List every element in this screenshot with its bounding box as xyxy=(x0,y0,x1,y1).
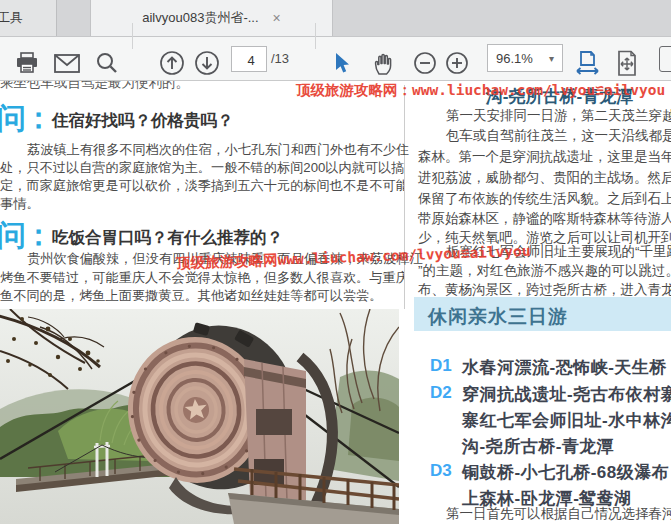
section-header-label: 休闲亲水三日游 xyxy=(414,297,671,330)
print-button[interactable] xyxy=(12,48,42,78)
paragraph-line: 鱼不同的是，烤鱼上面要撒黄豆。其他诸如丝娃娃等都可以尝尝。 xyxy=(0,287,404,305)
next-page-button[interactable] xyxy=(192,48,222,78)
paragraph-line: 进犯荔波，威胁都匀、贵阳的主战场。然后可 xyxy=(418,169,671,187)
zoom-level-value: 96.1% xyxy=(496,51,549,66)
day-route-line: 沟-尧所古桥-青龙潭 xyxy=(462,435,671,458)
zoom-level-dropdown[interactable]: 96.1% ▾ xyxy=(487,44,563,72)
hand-icon xyxy=(372,51,395,76)
search-icon xyxy=(96,52,118,74)
email-icon xyxy=(54,54,80,73)
day-label-d2: D2 xyxy=(430,383,452,403)
clipped-toolbar-button[interactable] xyxy=(659,46,671,72)
pdf-reader-window: 工具 ailvyou083贵州省-... × xyxy=(0,0,671,524)
paragraph-line: 森林。第一个是穿洞抗战遗址，这里是当年荔 xyxy=(418,148,671,166)
column-divider xyxy=(404,85,405,309)
tab-document-label: ailvyou083贵州省-... xyxy=(142,9,258,27)
tab-tools[interactable]: 工具 xyxy=(0,0,57,36)
paragraph-line: 包车或自驾前往茂兰，这一天沿线都是美丽 xyxy=(418,127,671,145)
tab-tools-label: 工具 xyxy=(0,9,23,27)
day-route-line: 寨红七军会师旧址-水中林沟 xyxy=(462,409,671,432)
print-icon xyxy=(15,52,39,74)
tab-document[interactable]: ailvyou083贵州省-... × xyxy=(90,0,333,36)
previous-page-button[interactable] xyxy=(157,48,187,78)
paragraph-line: 带原始森林区，静谧的喀斯特森林等待游人的 xyxy=(418,210,671,228)
paragraph-line: 事情。 xyxy=(0,195,404,213)
minus-circle-icon xyxy=(413,51,437,75)
paragraph-line: 保留了布依族的传统生活风貌。之后到石上森 xyxy=(418,190,671,208)
question-mark-1: 问： xyxy=(0,99,51,139)
fit-width-button[interactable] xyxy=(572,48,602,78)
close-tab-icon[interactable]: × xyxy=(273,11,281,25)
paragraph-line: 第一日首先可以根据自己情况选择春河漂流 xyxy=(446,505,671,523)
document-page: 乘坐包车或自驾是最为便利的。 问： 住宿好找吗？价格贵吗？ 荔波镇上有很多不同档… xyxy=(0,81,671,524)
paragraph-line: 荔波镇上有很多不同档次的住宿，小七孔东门和西门外也有不少住 xyxy=(0,141,431,159)
zoom-in-button[interactable] xyxy=(442,48,472,78)
section-header: 休闲亲水三日游 xyxy=(414,297,671,331)
page-total-label: /13 xyxy=(271,51,289,66)
plus-circle-icon xyxy=(445,51,469,75)
fit-page-icon xyxy=(615,50,639,77)
tab-bar: 工具 ailvyou083贵州省-... × xyxy=(0,0,671,36)
fit-page-button[interactable] xyxy=(612,48,642,78)
paragraph-line: 处，只不过以自营的家庭旅馆为主。一般不错的标间200以内就可以搞 xyxy=(0,159,404,177)
arrow-up-circle-icon xyxy=(159,50,185,76)
day-route-line: 水春河漂流-恐怖峡-天生桥 xyxy=(462,356,671,379)
question-title-1: 住宿好找吗？价格贵吗？ xyxy=(52,110,234,132)
paragraph-line: ”的主题，对红色旅游不感兴趣的可以跳过。 xyxy=(418,262,671,280)
zoom-out-button[interactable] xyxy=(410,48,440,78)
paragraph-line: 定，而家庭旅馆更是可以砍价，淡季搞到五六十元的标间也不是不可能的 xyxy=(0,177,404,195)
page-number-input[interactable] xyxy=(232,47,270,73)
fit-width-icon xyxy=(574,50,601,76)
select-tool-button[interactable] xyxy=(326,48,356,78)
paragraph-line: 第一天安排同一日游，第二天茂兰穿越森林 xyxy=(418,107,671,125)
email-button[interactable] xyxy=(52,48,82,78)
toolbar: /13 96.1% ▾ xyxy=(0,36,671,81)
day-route-line: 穿洞抗战遗址-尧古布依村寨- xyxy=(462,383,671,406)
cursor-icon xyxy=(332,52,351,75)
question-title-2: 吃饭合胃口吗？有什么推荐的？ xyxy=(52,227,283,249)
zoom-dropdown-caret-icon: ▾ xyxy=(549,53,554,64)
hand-tool-button[interactable] xyxy=(368,48,398,78)
page-number-box xyxy=(231,46,267,72)
watermark-top: 顶级旅游攻略网：www.liuchaw.com/lvyou≌ailvyou xyxy=(296,81,665,100)
bridge-photo xyxy=(0,309,399,524)
clipped-text-line: 乘坐包车或自驾是最为便利的。 xyxy=(0,81,260,92)
day-label-d3: D3 xyxy=(430,461,452,481)
day-label-d1: D1 xyxy=(430,356,452,376)
day-route-line: 铜鼓桥-小七孔桥-68级瀑布 xyxy=(462,461,671,484)
search-button[interactable] xyxy=(92,48,122,78)
arrow-down-circle-icon xyxy=(194,50,220,76)
